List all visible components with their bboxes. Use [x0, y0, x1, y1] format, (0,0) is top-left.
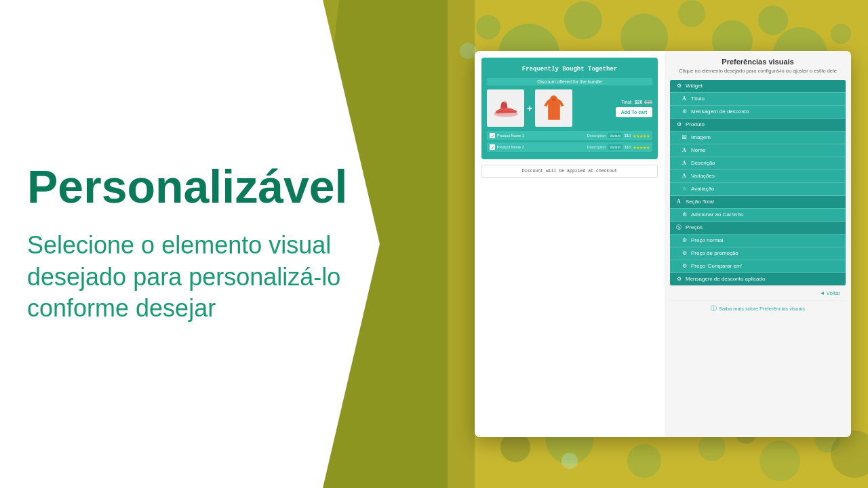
preco-comparar-icon: ⚙ — [681, 263, 688, 270]
main-title: Personalizável — [27, 163, 353, 209]
pref-preco-promocao-label: Preço de promoção — [691, 250, 840, 256]
pref-imagem-label: Imagem — [691, 134, 840, 140]
avaliacao-icon: ☆ — [681, 186, 688, 192]
pref-preco-normal-label: Preço normal — [691, 237, 840, 243]
preco-normal-icon: ⚙ — [681, 237, 688, 244]
mensagem-desconto-aplicado-icon: ⚙ — [675, 276, 682, 283]
pref-variacoes-label: Variações — [691, 173, 840, 179]
pref-item-widget[interactable]: ⚙ Widget — [670, 80, 846, 92]
product-row-1-variant[interactable]: Variant — [608, 133, 622, 138]
pref-item-imagem[interactable]: 🖼 Imagem — [670, 131, 846, 144]
product-row-2-stars: ★★★★★ — [633, 145, 650, 150]
preferences-title: Preferências visuais — [670, 58, 846, 66]
pref-item-avaliacao[interactable]: ☆ Avaliação — [670, 183, 846, 195]
pref-item-variacoes[interactable]: A Variações — [670, 170, 846, 182]
pref-avaliacao-label: Avaliação — [691, 186, 840, 192]
preco-promocao-icon: ⚙ — [681, 250, 688, 257]
discount-note: Discount will be applied at checkout — [481, 165, 658, 178]
fbt-widget: Frequently Bought Together Discount offe… — [481, 58, 658, 159]
pref-item-mensagem-desconto-aplicado[interactable]: ⚙ Mensagem de desconto aplicado — [670, 273, 846, 285]
total-label: Total: — [621, 100, 633, 104]
pref-item-mensagem-desconto[interactable]: ⚙ Mensagem de desconto — [670, 106, 846, 118]
pref-add-cart-label: Adicionar ao Carrinho — [691, 211, 840, 218]
product-row-2-name: Product Name 2 — [497, 145, 585, 149]
precos-icon: Ⓢ — [675, 224, 682, 231]
imagem-icon: 🖼 — [681, 134, 688, 141]
pref-item-precos[interactable]: Ⓢ Preços — [670, 222, 846, 234]
product-checkbox-2[interactable]: ✓ — [490, 144, 495, 150]
product-checkbox-1[interactable]: ✓ — [490, 133, 495, 138]
learn-more-text: Saiba mais sobre Preferências visuais — [719, 306, 805, 312]
fbt-products-row: + Total: $20 $35 — [487, 89, 652, 127]
pref-preco-comparar-label: Preço 'Comparar em' — [691, 263, 840, 269]
preferences-section: ⚙ Widget A Título ⚙ Mensagem de desconto… — [670, 80, 846, 285]
pref-precos-label: Preços — [686, 224, 840, 230]
hoodie-icon — [541, 94, 567, 123]
learn-more-bar[interactable]: ⓘ Saiba mais sobre Preferências visuais — [670, 300, 846, 317]
back-bar: ◄ Voltar — [670, 285, 846, 300]
fbt-discount-bar: Discount offered for the bundle — [487, 78, 652, 85]
pref-item-titulo[interactable]: A Título — [670, 93, 846, 105]
preferences-panel: Preferências visuais Clique no elemento … — [665, 51, 851, 437]
pref-produto-label: Produto — [686, 121, 840, 127]
pref-item-preco-normal[interactable]: ⚙ Preço normal — [670, 235, 846, 247]
fbt-total-text: Total: $20 $35 — [621, 100, 652, 104]
secao-total-icon: A — [675, 199, 682, 205]
back-button[interactable]: ◄ Voltar — [819, 290, 840, 296]
product-row-2: ✓ Product Name 2 Description Variant $10… — [487, 142, 652, 152]
pref-item-preco-comparar[interactable]: ⚙ Preço 'Comparar em' — [670, 260, 846, 272]
descricao-icon: A — [681, 160, 688, 167]
variacoes-icon: A — [681, 173, 688, 180]
price-crossed: $35 — [644, 100, 652, 104]
pref-item-produto[interactable]: ⚙ Produto — [670, 119, 846, 131]
mensagem-desconto-icon: ⚙ — [681, 108, 688, 115]
pref-widget-label: Widget — [686, 83, 840, 89]
ui-window: Frequently Bought Together Discount offe… — [475, 51, 851, 437]
nome-icon: A — [681, 147, 688, 154]
left-section: Personalizável Selecione o elemento visu… — [0, 0, 380, 488]
titulo-icon: A — [681, 96, 688, 102]
pref-secao-total-label: Seção Total — [686, 199, 840, 205]
plus-separator: + — [527, 103, 532, 114]
product-row-1-name: Product Name 1 — [497, 134, 585, 138]
add-to-cart-button[interactable]: Add To cart — [616, 107, 652, 117]
product-row-1-price: $10 — [625, 134, 631, 138]
preferences-subtitle: Clique no elemento desejado para configu… — [670, 68, 846, 75]
pref-mensagem-desconto-aplicado-label: Mensagem de desconto aplicado — [686, 276, 840, 282]
pref-titulo-label: Título — [691, 96, 840, 102]
product-image-shoe[interactable] — [487, 89, 524, 127]
produto-icon: ⚙ — [675, 121, 682, 128]
shoe-icon — [492, 99, 519, 118]
pref-item-add-cart[interactable]: ⚙ Adicionar ao Carrinho — [670, 209, 846, 221]
product-row-1: ✓ Product Name 1 Description Variant $10… — [487, 131, 652, 140]
product-row-2-desc: Description — [587, 145, 606, 149]
fbt-title-bar: Frequently Bought Together — [487, 63, 652, 75]
product-row-2-price: $10 — [625, 145, 631, 149]
product-image-hoodie[interactable] — [535, 89, 572, 127]
pref-nome-label: Nome — [691, 147, 840, 153]
widget-preview-panel: Frequently Bought Together Discount offe… — [475, 51, 665, 437]
pref-item-nome[interactable]: A Nome — [670, 144, 846, 157]
product-row-1-stars: ★★★★★ — [633, 134, 650, 138]
pref-descricao-label: Descrição — [691, 160, 840, 166]
pref-item-descricao[interactable]: A Descrição — [670, 157, 846, 169]
fbt-total-section: Total: $20 $35 Add To cart — [575, 100, 652, 117]
pref-mensagem-desconto-label: Mensagem de desconto — [691, 108, 840, 115]
widget-icon: ⚙ — [675, 83, 682, 89]
pref-item-preco-promocao[interactable]: ⚙ Preço de promoção — [670, 247, 846, 260]
pref-item-secao-total[interactable]: A Seção Total — [670, 196, 846, 208]
product-row-1-desc: Description — [587, 134, 606, 138]
product-row-2-variant[interactable]: Variant — [608, 144, 622, 150]
add-cart-icon: ⚙ — [681, 211, 688, 218]
fbt-product-rows: ✓ Product Name 1 Description Variant $10… — [487, 131, 652, 152]
price-new: $20 — [635, 100, 643, 104]
subtitle-text: Selecione o elemento visual desejado par… — [27, 230, 353, 325]
